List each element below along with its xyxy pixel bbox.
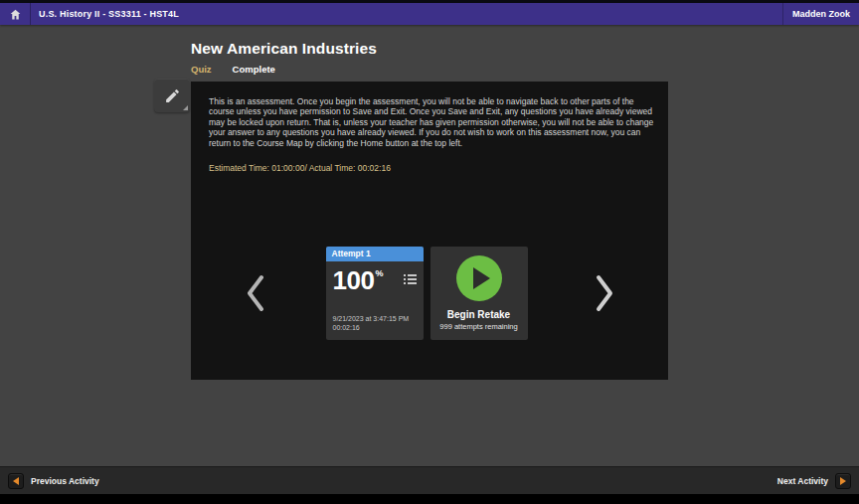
- chevron-right-icon: [594, 274, 615, 312]
- page-title: New American Industries: [191, 40, 377, 58]
- previous-arrow-icon: [13, 477, 19, 485]
- assessment-description: This is an assessment. Once you begin th…: [209, 96, 660, 148]
- chevron-left-icon: [245, 274, 266, 312]
- page-background: U.S. History II - SS3311 - HST4L Madden …: [0, 0, 859, 504]
- activity-navigation-bar: Previous Activity Next Activity: [0, 466, 859, 494]
- next-activity-button[interactable]: [835, 473, 851, 489]
- begin-retake-play-button[interactable]: [456, 255, 502, 301]
- user-name-label: Madden Zook: [792, 9, 850, 19]
- tab-quiz[interactable]: Quiz: [191, 64, 212, 75]
- next-arrow-icon: [840, 477, 846, 485]
- score-value: 100: [333, 267, 375, 293]
- tab-bar: Quiz Complete: [191, 64, 275, 75]
- attempt-details-list-icon[interactable]: [404, 274, 417, 284]
- attempt-cards: Attempt 1 100 % 9/21/2023 at 3:47:15 PM …: [326, 247, 528, 340]
- home-button[interactable]: [0, 3, 31, 25]
- carousel-next-button[interactable]: [594, 274, 615, 312]
- attempts-carousel: Attempt 1 100 % 9/21/2023 at 3:47:15 PM …: [191, 207, 668, 380]
- tab-complete[interactable]: Complete: [233, 64, 275, 75]
- bottom-black-strip: [0, 494, 859, 504]
- course-title: U.S. History II - SS3311 - HST4L: [39, 9, 179, 19]
- score-row: 100 %: [326, 261, 424, 293]
- attempt-1-card[interactable]: Attempt 1 100 % 9/21/2023 at 3:47:15 PM …: [326, 247, 424, 340]
- previous-activity-button[interactable]: [8, 473, 24, 489]
- top-bar: U.S. History II - SS3311 - HST4L Madden …: [0, 3, 859, 25]
- annotation-tool-button[interactable]: [154, 79, 190, 112]
- begin-retake-label: Begin Retake: [447, 309, 510, 320]
- pencil-edit-icon: [164, 87, 181, 104]
- attempts-remaining: 999 attempts remaining: [439, 322, 517, 331]
- next-activity-label: Next Activity: [777, 476, 828, 486]
- attempt-duration: 00:02:16: [333, 323, 419, 332]
- user-name[interactable]: Madden Zook: [782, 3, 859, 25]
- attempt-meta: 9/21/2023 at 3:47:15 PM 00:02:16: [333, 314, 419, 332]
- tool-button-expand-corner: [183, 105, 188, 110]
- previous-activity-label: Previous Activity: [31, 476, 99, 486]
- home-icon: [9, 8, 22, 21]
- attempt-card-header: Attempt 1: [326, 247, 424, 261]
- begin-retake-card[interactable]: Begin Retake 999 attempts remaining: [430, 247, 528, 340]
- time-info: Estimated Time: 01:00:00/ Actual Time: 0…: [209, 163, 650, 173]
- score-unit: %: [375, 268, 383, 278]
- attempt-timestamp: 9/21/2023 at 3:47:15 PM: [333, 314, 419, 323]
- assessment-panel: This is an assessment. Once you begin th…: [191, 82, 668, 380]
- carousel-previous-button[interactable]: [245, 274, 266, 312]
- play-icon: [473, 267, 490, 289]
